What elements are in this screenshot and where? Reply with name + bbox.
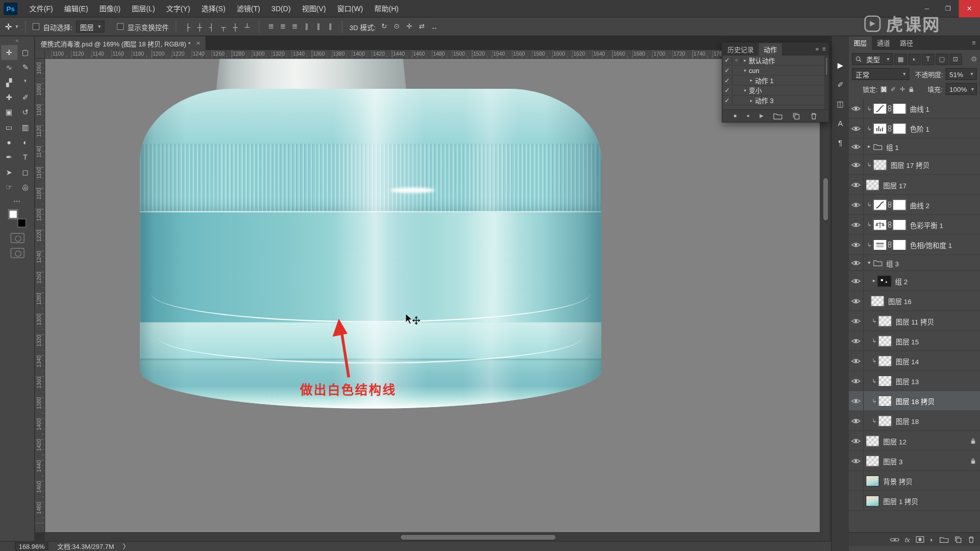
action-caret-icon[interactable]: ▸: [747, 78, 755, 83]
action-check-icon[interactable]: ✓: [723, 97, 733, 104]
layer-row[interactable]: ↳图层 13: [849, 371, 980, 391]
clone-stamp-tool[interactable]: ▣: [1, 105, 17, 120]
adjustment-thumbnail[interactable]: [873, 103, 887, 114]
visibility-toggle[interactable]: [849, 155, 864, 174]
minimize-button[interactable]: ─: [916, 0, 938, 17]
quick-select-tool[interactable]: ✎: [17, 60, 34, 75]
3d-roll-icon[interactable]: ⊙: [392, 21, 401, 32]
visibility-toggle[interactable]: [849, 271, 864, 290]
blend-mode-dropdown[interactable]: 正常: [852, 68, 910, 80]
action-caret-icon[interactable]: ▸: [747, 98, 755, 103]
menu-view[interactable]: 视图(V): [296, 0, 331, 17]
group-caret-icon[interactable]: ▸: [871, 278, 877, 284]
layer-thumbnail[interactable]: [878, 355, 892, 366]
action-caret-icon[interactable]: ▸: [741, 58, 749, 63]
filter-adjustment-icon[interactable]: ◐: [908, 54, 920, 65]
visibility-toggle[interactable]: [849, 195, 864, 214]
vertical-scrollbar-thumb[interactable]: [822, 178, 828, 221]
crop-tool[interactable]: ▞: [1, 75, 17, 90]
action-caret-icon[interactable]: ▾: [741, 88, 749, 93]
tab-actions[interactable]: 动作: [759, 43, 782, 55]
action-row[interactable]: ✓▾变小: [723, 86, 829, 96]
edit-toolbar-icon[interactable]: •••: [0, 198, 34, 204]
layer-thumbnail[interactable]: [878, 335, 892, 346]
layer-row[interactable]: ↳曲线 2: [849, 195, 980, 215]
layer-row[interactable]: 图层 1 拷贝: [849, 491, 980, 511]
filter-shape-icon[interactable]: ▢: [936, 54, 948, 65]
filter-toggle-icon[interactable]: ⊙: [971, 55, 977, 63]
action-check-icon[interactable]: ✓: [723, 67, 733, 73]
menu-layer[interactable]: 图层(L): [126, 0, 160, 17]
vertical-scrollbar[interactable]: [820, 59, 830, 532]
status-chevron-icon[interactable]: 〉: [123, 542, 130, 551]
layer-row[interactable]: 图层 3: [849, 451, 980, 471]
layer-thumbnail[interactable]: [866, 475, 879, 486]
filter-pixel-icon[interactable]: ▦: [894, 54, 906, 65]
eraser-tool[interactable]: ▭: [1, 120, 17, 135]
align-v-center-icon[interactable]: ┼: [231, 21, 240, 32]
toolbar-collapse-icon[interactable]: «: [0, 36, 34, 45]
layer-row[interactable]: ▾组 3: [849, 255, 980, 271]
distribute-top-icon[interactable]: ≣: [266, 21, 276, 32]
layer-thumbnail[interactable]: [866, 435, 879, 446]
visibility-toggle[interactable]: [849, 391, 864, 411]
distribute-bottom-icon[interactable]: ≣: [290, 21, 299, 32]
align-h-center-icon[interactable]: ┼: [195, 21, 204, 32]
panel-menu-icon[interactable]: ≡: [821, 43, 829, 55]
menu-type[interactable]: 文字(Y): [161, 0, 196, 17]
maximize-button[interactable]: ❐: [938, 0, 959, 17]
action-row[interactable]: ✓▫▸默认动作: [723, 56, 829, 66]
menu-help[interactable]: 帮助(H): [369, 0, 404, 17]
tab-paths[interactable]: 路径: [895, 36, 918, 50]
layer-thumbnail[interactable]: [871, 295, 885, 307]
action-check-icon[interactable]: ✓: [723, 57, 733, 63]
link-layers-icon[interactable]: [890, 537, 899, 542]
character-panel-icon[interactable]: A: [833, 117, 848, 131]
layer-row[interactable]: ↳图层 17 拷贝: [849, 155, 980, 175]
marquee-tool[interactable]: ▢: [17, 45, 34, 60]
adjustment-thumbnail[interactable]: [873, 123, 887, 134]
lasso-tool[interactable]: ∿: [1, 60, 17, 75]
quick-mask-button[interactable]: [10, 233, 24, 243]
zoom-level-field[interactable]: 168.96%: [15, 542, 48, 550]
play-panel-icon[interactable]: ▶: [833, 59, 848, 72]
type-tool[interactable]: T: [17, 150, 34, 165]
visibility-toggle[interactable]: [849, 139, 864, 155]
group-caret-icon[interactable]: ▾: [866, 260, 872, 265]
visibility-toggle[interactable]: [849, 351, 864, 370]
mask-thumbnail[interactable]: [893, 103, 906, 114]
layer-thumbnail[interactable]: [878, 315, 892, 327]
tab-channels[interactable]: 通道: [872, 36, 895, 50]
3d-rotate-icon[interactable]: ↻: [379, 21, 388, 32]
layer-row[interactable]: ▸组 1: [849, 139, 980, 155]
visibility-toggle[interactable]: [849, 175, 864, 194]
menu-select[interactable]: 选择(S): [196, 0, 231, 17]
layer-mask-icon[interactable]: [916, 536, 924, 543]
lock-transparent-icon[interactable]: [880, 86, 887, 92]
visibility-toggle[interactable]: [849, 331, 864, 350]
blur-tool[interactable]: ●: [1, 135, 17, 149]
visibility-toggle[interactable]: [849, 255, 864, 271]
layer-row[interactable]: ↳曲线 1: [849, 98, 980, 118]
screen-mode-button[interactable]: [10, 248, 24, 258]
menu-window[interactable]: 窗口(W): [331, 0, 369, 17]
distribute-left-icon[interactable]: ∥: [302, 21, 311, 32]
delete-button[interactable]: [810, 112, 818, 120]
layer-thumbnail[interactable]: [866, 495, 879, 506]
path-select-tool[interactable]: ➤: [1, 165, 17, 180]
visibility-toggle[interactable]: [849, 431, 864, 450]
layer-row[interactable]: 图层 17: [849, 175, 980, 195]
action-row[interactable]: ✓▾cun: [723, 66, 829, 76]
hand-tool[interactable]: ☞: [1, 180, 17, 195]
horizontal-scrollbar[interactable]: [45, 532, 820, 541]
lock-all-icon[interactable]: [909, 86, 914, 92]
visibility-toggle[interactable]: [849, 291, 864, 311]
record-button[interactable]: ●: [747, 113, 750, 119]
layer-thumbnail[interactable]: [878, 395, 892, 406]
filter-smart-icon[interactable]: ⊡: [949, 54, 962, 65]
action-check-icon[interactable]: ✓: [723, 87, 733, 93]
3d-slide-icon[interactable]: ⇄: [417, 21, 426, 32]
move-tool-icon[interactable]: ✛: [5, 22, 12, 31]
new-group-icon[interactable]: [939, 536, 948, 543]
layer-row[interactable]: ▸组 2: [849, 271, 980, 291]
